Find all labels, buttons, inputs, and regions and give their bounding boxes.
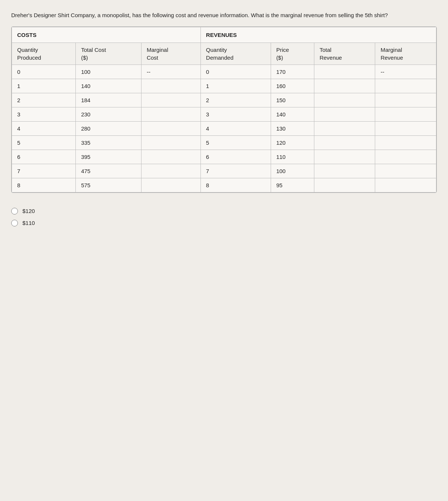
cell-r2-c5 bbox=[314, 93, 375, 107]
cell-r0-c6: -- bbox=[375, 65, 436, 79]
cell-r4-c5 bbox=[314, 121, 375, 135]
cell-r3-c6 bbox=[375, 107, 436, 121]
cell-r2-c4: 150 bbox=[271, 93, 314, 107]
cell-r7-c6 bbox=[375, 164, 436, 178]
revenues-header: REVENUES bbox=[200, 27, 436, 43]
cell-r7-c5 bbox=[314, 164, 375, 178]
cell-r4-c1: 280 bbox=[76, 121, 141, 135]
label-opt1: $120 bbox=[22, 208, 35, 214]
cell-r8-c1: 575 bbox=[76, 178, 141, 192]
cell-r2-c2 bbox=[141, 93, 200, 107]
cell-r5-c3: 5 bbox=[200, 135, 271, 150]
table-row: 0100--0170-- bbox=[12, 65, 436, 79]
cell-r8-c0: 8 bbox=[12, 178, 76, 192]
cell-r1-c3: 1 bbox=[200, 79, 271, 93]
cell-r1-c6 bbox=[375, 79, 436, 93]
cell-r4-c3: 4 bbox=[200, 121, 271, 135]
cell-r6-c6 bbox=[375, 150, 436, 164]
header-marginal-revenue: Marginal Revenue bbox=[375, 43, 436, 65]
cell-r4-c6 bbox=[375, 121, 436, 135]
header-price: Price ($) bbox=[271, 43, 314, 65]
cell-r2-c0: 2 bbox=[12, 93, 76, 107]
col-header-row: Quantity Produced Total Cost ($) Margina… bbox=[12, 43, 436, 65]
cell-r2-c3: 2 bbox=[200, 93, 271, 107]
table-row: 32303140 bbox=[12, 107, 436, 121]
cell-r3-c3: 3 bbox=[200, 107, 271, 121]
label-opt2: $110 bbox=[22, 220, 35, 226]
answer-option-1[interactable]: $120 bbox=[11, 208, 437, 215]
cell-r6-c0: 6 bbox=[12, 150, 76, 164]
cell-r3-c0: 3 bbox=[12, 107, 76, 121]
table-row: 74757100 bbox=[12, 164, 436, 178]
table-row: 21842150 bbox=[12, 93, 436, 107]
cell-r1-c2 bbox=[141, 79, 200, 93]
cell-r0-c1: 100 bbox=[76, 65, 141, 79]
cell-r8-c2 bbox=[141, 178, 200, 192]
cell-r4-c2 bbox=[141, 121, 200, 135]
table-row: 8575895 bbox=[12, 178, 436, 192]
cell-r7-c3: 7 bbox=[200, 164, 271, 178]
radio-opt2[interactable] bbox=[11, 220, 18, 226]
cell-r1-c0: 1 bbox=[12, 79, 76, 93]
cell-r8-c5 bbox=[314, 178, 375, 192]
cell-r3-c1: 230 bbox=[76, 107, 141, 121]
cell-r5-c0: 5 bbox=[12, 135, 76, 150]
header-total-revenue: Total Revenue bbox=[314, 43, 375, 65]
cell-r5-c5 bbox=[314, 135, 375, 150]
cell-r5-c1: 335 bbox=[76, 135, 141, 150]
cell-r1-c4: 160 bbox=[271, 79, 314, 93]
cell-r8-c3: 8 bbox=[200, 178, 271, 192]
cell-r7-c2 bbox=[141, 164, 200, 178]
cell-r6-c2 bbox=[141, 150, 200, 164]
cell-r1-c5 bbox=[314, 79, 375, 93]
cell-r0-c5 bbox=[314, 65, 375, 79]
cell-r3-c2 bbox=[141, 107, 200, 121]
intro-text: Dreher's Designer Shirt Company, a monop… bbox=[11, 11, 437, 20]
cell-r0-c2: -- bbox=[141, 65, 200, 79]
cell-r4-c4: 130 bbox=[271, 121, 314, 135]
data-table-wrapper: COSTS REVENUES Quantity Produced Total C… bbox=[11, 26, 437, 193]
cell-r3-c4: 140 bbox=[271, 107, 314, 121]
cell-r7-c0: 7 bbox=[12, 164, 76, 178]
header-qty-produced: Quantity Produced bbox=[12, 43, 76, 65]
cell-r8-c6 bbox=[375, 178, 436, 192]
cell-r3-c5 bbox=[314, 107, 375, 121]
cell-r4-c0: 4 bbox=[12, 121, 76, 135]
header-marginal-cost: Marginal Cost bbox=[141, 43, 200, 65]
cell-r6-c4: 110 bbox=[271, 150, 314, 164]
cell-r2-c6 bbox=[375, 93, 436, 107]
cell-r6-c5 bbox=[314, 150, 375, 164]
costs-header: COSTS bbox=[12, 27, 201, 43]
answer-option-2[interactable]: $110 bbox=[11, 220, 437, 226]
section-header-row: COSTS REVENUES bbox=[12, 27, 436, 43]
cell-r8-c4: 95 bbox=[271, 178, 314, 192]
radio-opt1[interactable] bbox=[11, 208, 18, 215]
cell-r0-c3: 0 bbox=[200, 65, 271, 79]
answer-section: $120 $110 bbox=[11, 204, 437, 235]
cell-r0-c4: 170 bbox=[271, 65, 314, 79]
cell-r6-c3: 6 bbox=[200, 150, 271, 164]
cell-r5-c4: 120 bbox=[271, 135, 314, 150]
table-row: 11401160 bbox=[12, 79, 436, 93]
cell-r5-c2 bbox=[141, 135, 200, 150]
cell-r6-c1: 395 bbox=[76, 150, 141, 164]
cell-r2-c1: 184 bbox=[76, 93, 141, 107]
cost-revenue-table: COSTS REVENUES Quantity Produced Total C… bbox=[12, 27, 436, 192]
header-qty-demanded: Quantity Demanded bbox=[200, 43, 271, 65]
cell-r1-c1: 140 bbox=[76, 79, 141, 93]
table-row: 42804130 bbox=[12, 121, 436, 135]
table-row: 63956110 bbox=[12, 150, 436, 164]
cell-r0-c0: 0 bbox=[12, 65, 76, 79]
cell-r5-c6 bbox=[375, 135, 436, 150]
cell-r7-c4: 100 bbox=[271, 164, 314, 178]
header-total-cost: Total Cost ($) bbox=[76, 43, 141, 65]
cell-r7-c1: 475 bbox=[76, 164, 141, 178]
table-row: 53355120 bbox=[12, 135, 436, 150]
